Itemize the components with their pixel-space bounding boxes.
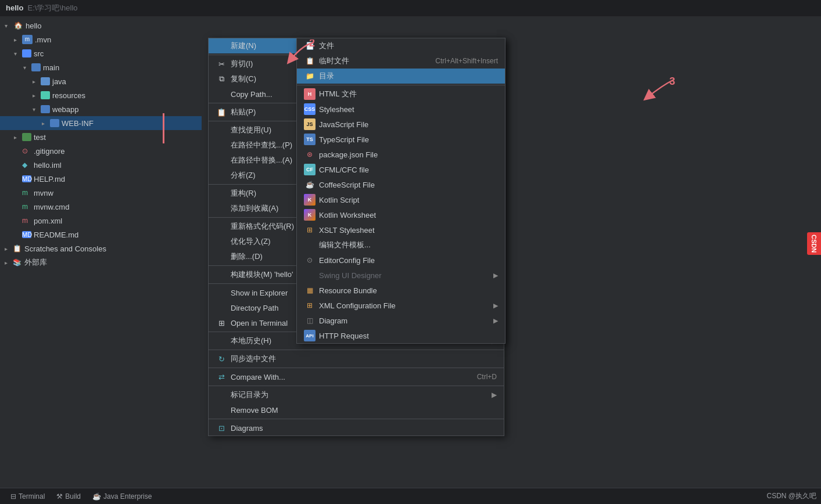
csdn-watermark-text: CSDN @执久吧 xyxy=(766,492,816,500)
submenu-item-packagejson[interactable]: ⊛ package.json File xyxy=(297,147,505,162)
tree-item-helloiML[interactable]: ◆ hello.iml xyxy=(0,158,202,172)
tree-arrow-src xyxy=(14,51,22,57)
submenu-item-html[interactable]: H HTML 文件 xyxy=(297,87,505,102)
tree-item-resources[interactable]: resources xyxy=(0,88,202,102)
submenu-item-diagram[interactable]: ◫ Diagram ▶ xyxy=(297,313,505,328)
tree-item-src[interactable]: src xyxy=(0,46,202,60)
tree-arrow-external xyxy=(5,260,13,266)
java-enterprise-button[interactable]: ☕ Java Enterprise xyxy=(87,488,157,504)
file-icon-readmemd: MD xyxy=(22,231,31,238)
tree-label-scratches: Scratches and Consoles xyxy=(24,244,106,253)
tree-item-mvn[interactable]: m .mvn xyxy=(0,33,202,46)
submenu-item-kotlin-worksheet[interactable]: K Kotlin Worksheet xyxy=(297,207,505,222)
tree-item-gitignore[interactable]: ⊙ .gitignore xyxy=(0,144,202,158)
tree-label-webinf: WEB-INF xyxy=(62,119,94,128)
tree-item-test[interactable]: test xyxy=(0,130,202,144)
menu-item-compare[interactable]: ⇄ Compare With... Ctrl+D xyxy=(209,369,504,384)
tree-item-scratches[interactable]: 📋 Scratches and Consoles xyxy=(0,242,202,255)
tree-label-external: 外部库 xyxy=(24,257,47,268)
submenu-item-xml-config[interactable]: ⊞ XML Configuration File ▶ xyxy=(297,298,505,313)
file-icon-pomxml: m xyxy=(22,217,31,225)
tree-arrow-mvn xyxy=(14,37,22,43)
ts-icon: TS xyxy=(304,134,316,145)
submenu-label-cfml: CFML/CFC file xyxy=(319,165,498,174)
tree-arrow-webinf xyxy=(42,120,50,127)
copy-path-icon xyxy=(216,88,227,100)
coffee-icon: ☕ xyxy=(304,179,316,190)
reformat-icon xyxy=(216,221,227,232)
menu-item-remove-bom[interactable]: Remove BOM xyxy=(209,402,504,417)
menu-item-mark-dir[interactable]: 标记目录为 ▶ xyxy=(209,387,504,402)
tree-item-hello[interactable]: 🏠 hello xyxy=(0,19,202,33)
tree-arrow-main xyxy=(23,64,31,71)
build-button[interactable]: ⚒ Build xyxy=(51,488,87,504)
xslt-icon: ⊞ xyxy=(304,224,316,236)
submenu-item-ts[interactable]: TS TypeScript File xyxy=(297,132,505,147)
edit-templates-icon xyxy=(304,239,316,251)
remove-bom-icon xyxy=(216,404,227,416)
folder-icon-scratches: 📋 xyxy=(13,244,22,253)
file-icon-mvnw: m xyxy=(22,189,31,197)
http-icon: API xyxy=(304,330,316,341)
tree-label-pomxml: pom.xml xyxy=(34,217,62,225)
submenu-item-coffeescript[interactable]: ☕ CoffeeScript File xyxy=(297,177,505,192)
tempfile-shortcut: Ctrl+Alt+Shift+Insert xyxy=(435,57,498,65)
terminal-label: Terminal xyxy=(19,492,45,501)
submenu-sep-1 xyxy=(297,85,505,85)
tree-item-webapp[interactable]: webapp xyxy=(0,102,202,116)
tree-item-pomxml[interactable]: m pom.xml xyxy=(0,214,202,228)
delete-icon xyxy=(216,251,227,262)
menu-label-remove-bom: Remove BOM xyxy=(231,406,497,415)
tree-item-readmemd[interactable]: MD README.md xyxy=(0,228,202,242)
submenu-label-diagram: Diagram xyxy=(319,316,489,325)
terminal-button[interactable]: ⊟ Terminal xyxy=(5,488,51,504)
submenu-label-html: HTML 文件 xyxy=(319,89,498,99)
tree-item-mvnwcmd[interactable]: m mvnw.cmd xyxy=(0,200,202,214)
submenu-item-editorconfig[interactable]: ⊙ EditorConfig File xyxy=(297,253,505,268)
menu-item-sync[interactable]: ↻ 同步选中文件 xyxy=(209,351,504,366)
submenu-item-tempfile[interactable]: 📋 临时文件 Ctrl+Alt+Shift+Insert xyxy=(297,53,505,69)
tree-item-java[interactable]: java xyxy=(0,74,202,88)
submenu-item-cfml[interactable]: CF CFML/CFC file xyxy=(297,162,505,177)
paste-icon: 📋 xyxy=(216,106,227,118)
compare-shortcut: Ctrl+D xyxy=(477,373,497,381)
xml-config-arrow: ▶ xyxy=(493,302,498,309)
tree-item-main[interactable]: main xyxy=(0,60,202,74)
submenu-label-tempfile: 临时文件 xyxy=(319,56,435,66)
submenu-item-resource-bundle[interactable]: ▦ Resource Bundle xyxy=(297,283,505,298)
kotlin-script-icon: K xyxy=(304,194,316,206)
submenu-label-swing: Swing UI Designer xyxy=(319,271,489,280)
submenu-item-kotlin-script[interactable]: K Kotlin Script xyxy=(297,192,505,207)
folder-icon-webapp xyxy=(41,105,50,113)
csdn-watermark-area: CSDN @执久吧 xyxy=(766,491,816,501)
submenu-item-directory[interactable]: 📁 目录 xyxy=(297,69,505,84)
submenu-label-directory: 目录 xyxy=(319,71,498,81)
refactor-icon xyxy=(216,188,227,199)
submenu-label-stylesheet: Stylesheet xyxy=(319,105,498,114)
tree-label-helpmd: HELP.md xyxy=(34,175,65,183)
resource-bundle-icon: ▦ xyxy=(304,285,316,296)
tree-label-mvnwcmd: mvnw.cmd xyxy=(34,203,69,211)
submenu-item-file[interactable]: 📄 文件 xyxy=(297,38,505,53)
submenu-label-kotlin-worksheet: Kotlin Worksheet xyxy=(319,211,498,219)
menu-item-diagrams[interactable]: ⊡ Diagrams xyxy=(209,420,504,435)
tree-arrow-test xyxy=(14,134,22,141)
tree-item-mvnw[interactable]: m mvnw xyxy=(0,186,202,200)
folder-icon-main xyxy=(31,63,41,71)
submenu-item-http[interactable]: API HTTP Request xyxy=(297,328,505,343)
submenu-label-file: 文件 xyxy=(319,41,498,51)
file-icon-iml: ◆ xyxy=(22,161,31,169)
submenu-item-js[interactable]: JS JavaScript File xyxy=(297,117,505,132)
copy-icon: ⧉ xyxy=(216,73,227,85)
file-icon-sub: 📄 xyxy=(304,40,316,52)
submenu-item-edit-templates[interactable]: 编辑文件模板... xyxy=(297,237,505,253)
menu-separator-11 xyxy=(209,386,504,386)
tree-item-webinf[interactable]: WEB-INF xyxy=(0,116,202,130)
submenu-item-swing: Swing UI Designer ▶ xyxy=(297,268,505,283)
annotation-arrow-3: 3 xyxy=(639,77,686,106)
submenu-item-xslt[interactable]: ⊞ XSLT Stylesheet xyxy=(297,222,505,237)
tree-item-external[interactable]: 📚 外部库 xyxy=(0,255,202,269)
tree-item-helpmd[interactable]: MD HELP.md xyxy=(0,172,202,186)
submenu-label-http: HTTP Request xyxy=(319,332,498,340)
submenu-item-stylesheet[interactable]: CSS Stylesheet xyxy=(297,102,505,117)
